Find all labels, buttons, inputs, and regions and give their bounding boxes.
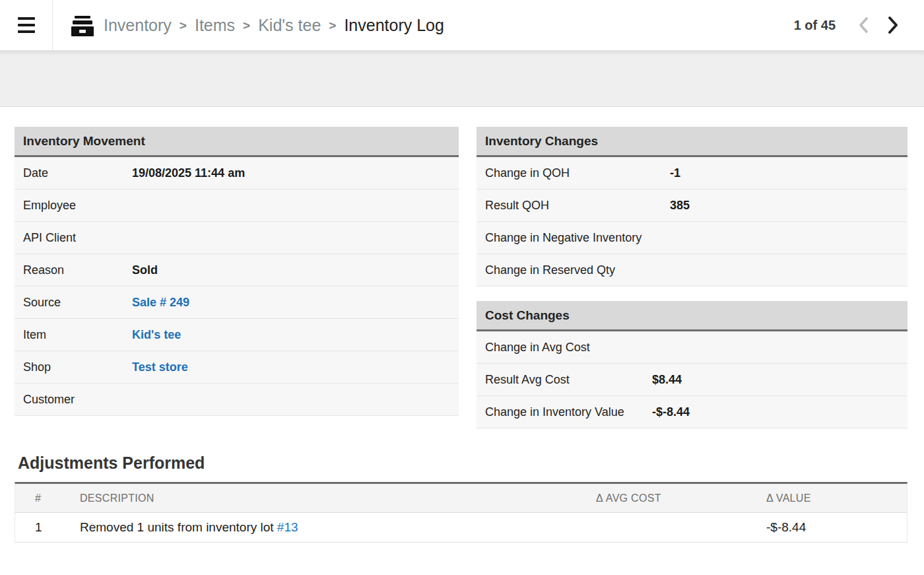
- row-value: -$-8.44: [652, 405, 690, 419]
- chevron-right-icon[interactable]: [880, 15, 904, 36]
- row-label: Customer: [23, 393, 132, 407]
- row-label: Employee: [23, 199, 132, 213]
- menu-bar: [18, 24, 35, 26]
- cash-drawer-icon: [71, 14, 94, 36]
- shop-link[interactable]: Test store: [132, 360, 188, 374]
- record-pager: 1 of 45: [794, 15, 904, 36]
- row-change-reserved-qty: Change in Reserved Qty: [477, 254, 908, 287]
- row-label: Shop: [23, 360, 132, 374]
- menu-icon[interactable]: [0, 0, 53, 51]
- row-item: Item Kid's tee: [15, 319, 459, 351]
- inventory-movement-panel: Inventory Movement Date 19/08/2025 11:44…: [15, 127, 459, 416]
- breadcrumb-item-kids-tee[interactable]: Kid's tee: [258, 16, 321, 35]
- top-bar: Inventory > Items > Kid's tee > Inventor…: [0, 0, 924, 51]
- inventory-changes-panel: Inventory Changes Change in QOH -1 Resul…: [477, 127, 908, 287]
- row-label: Item: [23, 328, 132, 342]
- row-label: Change in Reserved Qty: [485, 263, 670, 277]
- row-label: Result QOH: [485, 199, 670, 213]
- main-content: Inventory Movement Date 19/08/2025 11:44…: [0, 107, 924, 543]
- row-customer: Customer: [15, 384, 459, 416]
- chevron-left-icon[interactable]: [853, 15, 875, 35]
- menu-bar: [18, 17, 35, 20]
- row-reason: Reason Sold: [15, 254, 459, 287]
- cell-description: Removed 1 units from inventory lot #13: [65, 520, 596, 535]
- breadcrumb-item-items[interactable]: Items: [195, 16, 235, 35]
- row-source: Source Sale # 249: [15, 287, 459, 319]
- row-employee: Employee: [15, 189, 459, 222]
- column-header-description: DESCRIPTION: [65, 492, 596, 504]
- adjustments-table-header: # DESCRIPTION Δ AVG COST Δ VALUE: [15, 484, 907, 513]
- breadcrumb: Inventory > Items > Kid's tee > Inventor…: [104, 16, 444, 35]
- breadcrumb-separator-icon: >: [243, 18, 250, 33]
- row-api-client: API Client: [15, 222, 459, 254]
- row-value: $8.44: [652, 373, 682, 387]
- menu-bar: [18, 30, 35, 33]
- panel-title: Inventory Movement: [15, 127, 459, 157]
- row-label: Result Avg Cost: [485, 373, 652, 387]
- row-result-qoh: Result QOH 385: [477, 189, 908, 222]
- cell-value: -$-8.44: [766, 520, 907, 535]
- row-change-negative-inventory: Change in Negative Inventory: [477, 222, 908, 254]
- row-label: Change in QOH: [485, 166, 670, 180]
- row-label: Change in Negative Inventory: [485, 231, 670, 245]
- row-value: 385: [670, 199, 690, 213]
- row-value: -1: [670, 166, 680, 180]
- column-header-number: #: [15, 492, 65, 504]
- sale-link[interactable]: Sale # 249: [132, 296, 189, 310]
- row-change-inventory-value: Change in Inventory Value -$-8.44: [477, 396, 908, 428]
- row-label: Source: [23, 296, 132, 310]
- row-value: 19/08/2025 11:44 am: [132, 166, 245, 180]
- row-label: Change in Avg Cost: [485, 341, 652, 355]
- row-shop: Shop Test store: [15, 351, 459, 384]
- inventory-lot-link[interactable]: #13: [277, 520, 298, 534]
- row-change-avg-cost: Change in Avg Cost: [477, 331, 908, 364]
- item-link[interactable]: Kid's tee: [132, 328, 181, 342]
- sub-header-band: [0, 51, 924, 107]
- cost-changes-panel: Cost Changes Change in Avg Cost Result A…: [477, 301, 908, 428]
- row-label: Reason: [23, 263, 132, 277]
- row-label: API Client: [23, 231, 132, 245]
- table-row: 1 Removed 1 units from inventory lot #13…: [15, 513, 907, 543]
- breadcrumb-item-inventory[interactable]: Inventory: [104, 16, 172, 35]
- breadcrumb-item-inventory-log: Inventory Log: [344, 16, 444, 35]
- column-header-value: Δ VALUE: [766, 492, 907, 504]
- row-label: Date: [23, 166, 132, 180]
- adjustments-table: # DESCRIPTION Δ AVG COST Δ VALUE 1 Remov…: [15, 482, 908, 543]
- column-header-avg-cost: Δ AVG COST: [596, 492, 766, 504]
- adjustments-heading: Adjustments Performed: [18, 454, 908, 473]
- row-change-in-qoh: Change in QOH -1: [477, 157, 908, 189]
- cell-number: 1: [15, 520, 65, 535]
- breadcrumb-separator-icon: >: [329, 18, 336, 33]
- row-label: Change in Inventory Value: [485, 405, 652, 419]
- breadcrumb-separator-icon: >: [180, 18, 187, 33]
- row-value: Sold: [132, 263, 158, 277]
- row-date: Date 19/08/2025 11:44 am: [15, 157, 459, 189]
- panel-title: Cost Changes: [477, 301, 908, 331]
- row-result-avg-cost: Result Avg Cost $8.44: [477, 364, 908, 396]
- pager-count: 1 of 45: [794, 18, 836, 33]
- panel-title: Inventory Changes: [477, 127, 908, 157]
